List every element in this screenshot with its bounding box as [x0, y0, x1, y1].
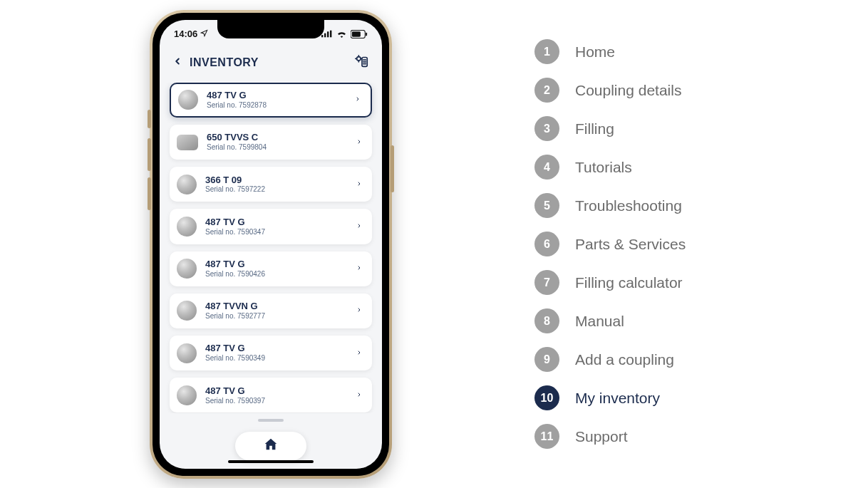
battery-icon [351, 30, 368, 38]
item-title: 487 TV G [207, 90, 346, 101]
chevron-right-icon [356, 220, 362, 233]
legend-item[interactable]: 10 My inventory [534, 385, 686, 410]
item-title: 487 TV G [205, 343, 348, 354]
inventory-item[interactable]: 487 TVVN G Serial no. 7592777 [170, 294, 372, 328]
add-coupling-icon[interactable] [353, 53, 369, 72]
inventory-list[interactable]: 487 TV G Serial no. 7592878 650 TVVS C S… [160, 83, 382, 413]
inventory-item[interactable]: 487 TV G Serial no. 7592878 [170, 83, 372, 118]
legend-number-badge: 1 [534, 39, 559, 64]
legend-item[interactable]: 1 Home [534, 39, 686, 64]
legend-label: Troubleshooting [575, 197, 682, 214]
chevron-right-icon [356, 347, 362, 360]
legend-item[interactable]: 8 Manual [534, 308, 686, 333]
app-screen: 14:06 [160, 20, 382, 469]
item-serial: Serial no. 7592777 [205, 312, 348, 321]
chevron-right-icon [356, 389, 362, 402]
inventory-item[interactable]: 487 TV G Serial no. 7590347 [170, 209, 372, 244]
phone-frame: 14:06 [150, 10, 392, 479]
wifi-icon [336, 30, 347, 38]
item-serial: Serial no. 7590426 [205, 270, 348, 279]
item-serial: Serial no. 7597222 [205, 185, 348, 194]
drag-handle[interactable] [160, 413, 382, 427]
legend-label: Support [575, 428, 628, 445]
legend-item[interactable]: 7 Filling calculator [534, 270, 686, 295]
svg-rect-0 [321, 35, 323, 37]
coupling-thumbnail [177, 217, 197, 237]
item-title: 487 TV G [205, 259, 348, 270]
status-time: 14:06 [174, 28, 197, 39]
location-icon [200, 28, 208, 39]
legend-item[interactable]: 5 Troubleshooting [534, 193, 686, 218]
legend-label: Add a coupling [575, 351, 674, 368]
home-icon [263, 437, 279, 455]
coupling-thumbnail [178, 90, 198, 110]
legend-label: Parts & Services [575, 236, 686, 253]
item-serial: Serial no. 7592878 [207, 101, 346, 110]
legend-number-badge: 11 [534, 424, 559, 449]
item-title: 650 TVVS C [207, 133, 348, 143]
svg-rect-1 [324, 33, 326, 38]
legend-item[interactable]: 4 Tutorials [534, 155, 686, 180]
chevron-right-icon [356, 262, 362, 275]
item-serial: Serial no. 7590349 [205, 354, 348, 363]
back-button[interactable] [172, 55, 182, 71]
inventory-item[interactable]: 366 T 09 Serial no. 7597222 [170, 167, 372, 202]
page-title: INVENTORY [190, 56, 259, 69]
svg-rect-3 [330, 31, 331, 38]
inventory-item[interactable]: 487 TV G Serial no. 7590349 [170, 336, 372, 370]
item-title: 366 T 09 [205, 175, 348, 186]
home-indicator [228, 460, 314, 463]
legend-item[interactable]: 2 Coupling details [534, 78, 686, 103]
legend-label: Filling calculator [575, 274, 683, 291]
legend-label: My inventory [575, 390, 660, 407]
legend-number-badge: 7 [534, 270, 559, 295]
legend-label: Filling [575, 120, 614, 137]
legend-number-badge: 6 [534, 232, 559, 256]
app-bar: INVENTORY [160, 48, 382, 83]
svg-rect-5 [352, 31, 361, 36]
chevron-right-icon [356, 178, 362, 191]
item-title: 487 TVVN G [205, 301, 348, 312]
chevron-right-icon [356, 136, 362, 149]
legend-number-badge: 2 [534, 78, 559, 103]
legend-number-badge: 5 [534, 193, 559, 218]
inventory-item[interactable]: 487 TV G Serial no. 7590426 [170, 251, 372, 286]
legend-list: 1 Home 2 Coupling details 3 Filling 4 Tu… [534, 39, 686, 449]
legend-number-badge: 10 [534, 385, 559, 410]
item-serial: Serial no. 7599804 [207, 143, 348, 152]
item-title: 487 TV G [205, 217, 348, 228]
coupling-thumbnail [177, 301, 197, 321]
coupling-thumbnail [177, 259, 197, 279]
legend-number-badge: 4 [534, 155, 559, 180]
legend-item[interactable]: 9 Add a coupling [534, 347, 686, 372]
svg-rect-2 [327, 31, 329, 37]
legend-label: Manual [575, 313, 624, 330]
legend-label: Home [575, 43, 615, 61]
coupling-thumbnail [177, 343, 197, 363]
legend-label: Coupling details [575, 82, 681, 99]
inventory-item[interactable]: 487 TV G Serial no. 7590397 [170, 378, 372, 412]
phone-notch [217, 20, 324, 38]
item-serial: Serial no. 7590347 [205, 228, 348, 237]
inventory-item[interactable]: 650 TVVS C Serial no. 7599804 [170, 125, 372, 160]
legend-number-badge: 9 [534, 347, 559, 372]
item-title: 487 TV G [205, 386, 348, 397]
coupling-thumbnail [177, 135, 198, 150]
coupling-thumbnail [177, 175, 197, 194]
coupling-thumbnail [177, 385, 197, 405]
legend-number-badge: 8 [534, 308, 559, 333]
legend-item[interactable]: 6 Parts & Services [534, 232, 686, 256]
legend-label: Tutorials [575, 159, 632, 176]
chevron-right-icon [356, 304, 362, 317]
legend-item[interactable]: 11 Support [534, 424, 686, 449]
chevron-right-icon [355, 93, 361, 106]
legend-number-badge: 3 [534, 116, 559, 141]
item-serial: Serial no. 7590397 [205, 397, 348, 405]
svg-rect-6 [366, 32, 367, 36]
legend-item[interactable]: 3 Filling [534, 116, 686, 141]
home-button[interactable] [235, 432, 306, 460]
